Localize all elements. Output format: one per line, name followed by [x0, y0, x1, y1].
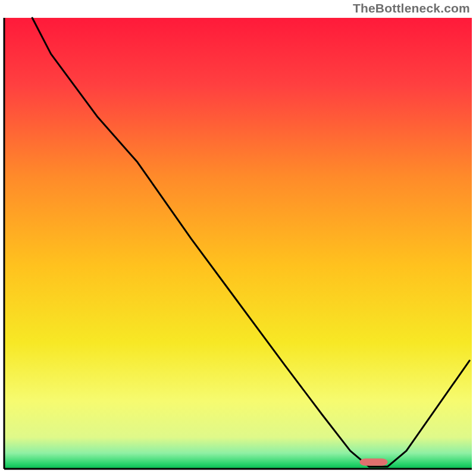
optimal-marker — [359, 459, 387, 466]
bottleneck-chart — [0, 0, 476, 476]
chart-container: TheBottleneck.com — [0, 0, 476, 476]
